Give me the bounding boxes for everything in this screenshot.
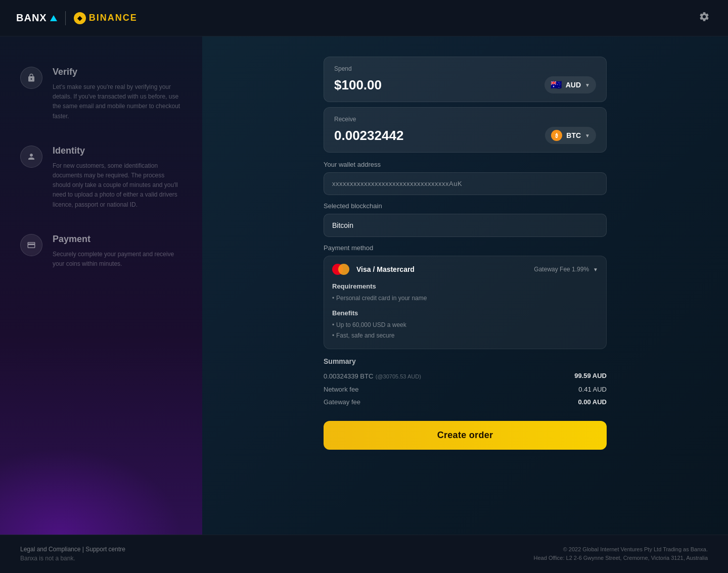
footer-left: Legal and Compliance | Support centre Ba… <box>20 546 125 562</box>
spend-label: Spend <box>334 65 596 72</box>
binance-text: BINANCE <box>89 13 138 23</box>
summary-section: Summary 0.00324339 BTC (@30705.53 AUD) 9… <box>324 357 607 411</box>
mastercard-circle <box>338 264 349 275</box>
step-payment-title: Payment <box>53 234 182 245</box>
header: BANX ◆ BINANCE <box>0 0 728 36</box>
app-wrapper: BANX ◆ BINANCE <box>0 0 728 573</box>
receive-currency-selector[interactable]: ₿ BTC ▼ <box>545 127 596 144</box>
lock-icon <box>27 73 36 82</box>
receive-amount: 0.00232442 <box>334 128 403 144</box>
sidebar: Verify Let's make sure you're real by ve… <box>0 36 202 535</box>
payment-method-name: Visa / Mastercard <box>356 265 415 273</box>
summary-btc-value: 99.59 AUD <box>574 372 607 379</box>
footer-links: Legal and Compliance | Support centre <box>20 546 125 553</box>
visa-mastercard-icon <box>332 263 350 275</box>
spend-chevron-icon: ▼ <box>585 82 590 88</box>
banxa-logo: BANX <box>16 12 57 24</box>
step-identity-desc: For new customers, some identification d… <box>53 161 182 210</box>
payment-method-box: Visa / Mastercard Gateway Fee 1.99% ▼ Re… <box>324 256 607 349</box>
summary-title: Summary <box>324 357 607 365</box>
benefits-title: Benefits <box>332 309 598 317</box>
requirements-title: Requirements <box>332 282 598 290</box>
step-identity: Identity For new customers, some identif… <box>20 146 182 210</box>
order-form: Spend $100.00 🇦🇺 AUD ▼ Receive 0.00 <box>324 57 607 450</box>
spend-box: Spend $100.00 🇦🇺 AUD ▼ <box>324 57 607 102</box>
payment-details: Requirements Personal credit card in you… <box>324 282 606 349</box>
spend-currency-code: AUD <box>566 81 581 89</box>
btc-icon: ₿ <box>551 130 562 141</box>
step-verify-title: Verify <box>53 67 182 77</box>
binance-logo: ◆ BINANCE <box>74 12 138 24</box>
benefit-item-2: Fast, safe and secure <box>332 330 598 342</box>
summary-row-gateway: Gateway fee 0.00 AUD <box>324 398 607 406</box>
footer: Legal and Compliance | Support centre Ba… <box>0 535 728 573</box>
right-panel: Spend $100.00 🇦🇺 AUD ▼ Receive 0.00 <box>202 36 728 535</box>
receive-row: 0.00232442 ₿ BTC ▼ <box>334 127 596 144</box>
footer-address: Head Office: L2 2-6 Gwynne Street, Cremo… <box>534 555 708 561</box>
payment-method-label: Payment method <box>324 244 607 252</box>
main-content: Verify Let's make sure you're real by ve… <box>0 36 728 535</box>
support-centre-link[interactable]: Support centre <box>85 546 125 553</box>
requirement-item-1: Personal credit card in your name <box>332 293 598 304</box>
logo-divider <box>65 11 66 25</box>
legal-compliance-link[interactable]: Legal and Compliance <box>20 546 80 553</box>
gateway-fee-label: Gateway Fee 1.99% <box>534 266 589 273</box>
header-logo: BANX ◆ BINANCE <box>16 11 138 25</box>
summary-btc-amount: 0.00324339 BTC <box>324 372 373 380</box>
summary-network-value: 0.41 AUD <box>578 386 607 393</box>
footer-bank-note: Banxa is not a bank. <box>20 555 125 562</box>
payment-method-header[interactable]: Visa / Mastercard Gateway Fee 1.99% ▼ <box>324 256 606 282</box>
summary-gateway-value: 0.00 AUD <box>578 398 607 406</box>
step-payment-desc: Securely complete your payment and recei… <box>53 250 182 269</box>
summary-row-network: Network fee 0.41 AUD <box>324 386 607 393</box>
step-identity-icon <box>20 146 42 168</box>
blockchain-label: Selected blockchain <box>324 202 607 210</box>
binance-icon: ◆ <box>74 12 86 24</box>
footer-right: © 2022 Global Internet Ventures Pty Ltd … <box>534 545 708 563</box>
benefit-item-1: Up to 60,000 USD a week <box>332 320 598 331</box>
footer-copyright-text: © 2022 Global Internet Ventures Pty Ltd … <box>563 546 708 552</box>
spend-row: $100.00 🇦🇺 AUD ▼ <box>334 76 596 93</box>
step-payment-icon <box>20 234 42 256</box>
blockchain-section: Selected blockchain <box>324 202 607 237</box>
spend-amount: $100.00 <box>334 77 382 93</box>
payment-method-right: Gateway Fee 1.99% ▼ <box>534 266 598 273</box>
blockchain-input[interactable] <box>324 214 607 237</box>
step-identity-title: Identity <box>53 146 182 156</box>
step-payment: Payment Securely complete your payment a… <box>20 234 182 269</box>
settings-button[interactable] <box>697 9 712 27</box>
create-order-button[interactable]: Create order <box>324 421 607 450</box>
step-payment-content: Payment Securely complete your payment a… <box>53 234 182 269</box>
person-icon <box>27 152 36 161</box>
payment-chevron-icon: ▼ <box>593 267 598 272</box>
footer-copyright: © 2022 Global Internet Ventures Pty Ltd … <box>534 545 708 563</box>
receive-box: Receive 0.00232442 ₿ BTC ▼ <box>324 107 607 153</box>
step-verify-desc: Let's make sure you're real by verifying… <box>53 82 182 121</box>
wallet-input[interactable] <box>324 172 607 195</box>
step-verify-content: Verify Let's make sure you're real by ve… <box>53 67 182 121</box>
summary-btc-label: 0.00324339 BTC (@30705.53 AUD) <box>324 371 421 380</box>
wallet-section: Your wallet address <box>324 161 607 195</box>
receive-chevron-icon: ▼ <box>585 133 590 138</box>
banxa-text: BANX <box>16 12 47 24</box>
summary-row-btc: 0.00324339 BTC (@30705.53 AUD) 99.59 AUD <box>324 371 607 380</box>
summary-gateway-label: Gateway fee <box>324 398 360 406</box>
summary-network-label: Network fee <box>324 386 358 393</box>
spend-currency-selector[interactable]: 🇦🇺 AUD ▼ <box>544 76 596 93</box>
aud-flag-icon: 🇦🇺 <box>551 79 562 90</box>
payment-card-icon <box>27 241 36 250</box>
step-verify-icon <box>20 67 42 89</box>
summary-btc-rate: (@30705.53 AUD) <box>376 373 421 379</box>
wallet-label: Your wallet address <box>324 161 607 168</box>
step-identity-content: Identity For new customers, some identif… <box>53 146 182 210</box>
receive-label: Receive <box>334 116 596 123</box>
receive-currency-code: BTC <box>566 131 581 139</box>
banxa-triangle-icon <box>50 15 57 21</box>
payment-method-left: Visa / Mastercard <box>332 263 415 275</box>
gear-icon <box>699 11 710 22</box>
step-verify: Verify Let's make sure you're real by ve… <box>20 67 182 121</box>
payment-method-section: Payment method Visa / Mastercard <box>324 244 607 349</box>
